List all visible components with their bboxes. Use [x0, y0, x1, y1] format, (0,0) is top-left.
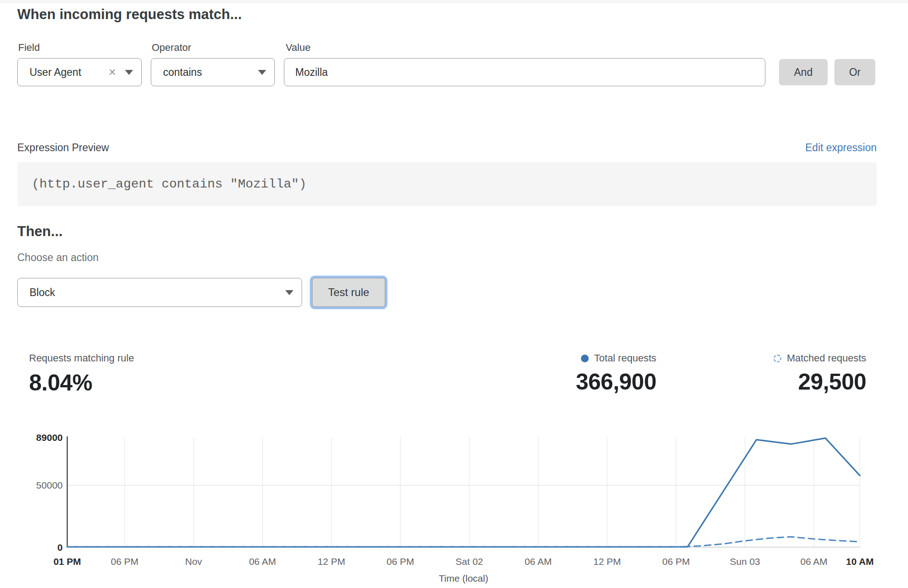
- operator-select[interactable]: contains: [151, 58, 275, 86]
- series-solid: [67, 438, 860, 547]
- stat-matching-rule: Requests matching rule 8.04%: [29, 352, 134, 396]
- x-tick-label: 06 PM: [662, 556, 690, 567]
- stat-matched-label: Matched requests: [787, 352, 866, 364]
- matched-requests-legend-icon: [774, 355, 781, 362]
- y-tick-label: 50000: [36, 480, 63, 490]
- operator-select-value: contains: [163, 66, 202, 79]
- stat-matching-label: Requests matching rule: [29, 352, 134, 364]
- x-tick-label: Sun 03: [730, 556, 760, 567]
- x-tick-label: Nov: [185, 556, 203, 567]
- y-tick-label: 0: [57, 542, 63, 553]
- stat-total-value: 366,900: [576, 369, 656, 395]
- x-tick-label: 06 AM: [249, 556, 276, 567]
- chevron-down-icon: [125, 70, 133, 75]
- value-input[interactable]: [284, 58, 765, 86]
- x-tick-label: 01 PM: [54, 556, 81, 567]
- x-tick-label: 12 PM: [318, 556, 345, 567]
- action-select[interactable]: Block: [17, 278, 302, 307]
- choose-action-label: Choose an action: [17, 252, 99, 264]
- top-divider: [0, 0, 908, 3]
- x-tick-label: 10 AM: [846, 556, 873, 567]
- edit-expression-link[interactable]: Edit expression: [805, 142, 877, 154]
- total-requests-legend-icon: [581, 355, 589, 362]
- requests-chart: 8900050000001 PM06 PMNov06 AM12 PM06 PMS…: [0, 421, 908, 588]
- x-axis-title: Time (local): [439, 573, 488, 583]
- field-label: Field: [18, 42, 40, 54]
- stat-matching-value: 8.04%: [29, 370, 134, 396]
- chevron-down-icon: [285, 290, 293, 295]
- x-tick-label: 12 PM: [593, 556, 621, 567]
- action-select-value: Block: [30, 287, 55, 299]
- firewall-rule-page: When incoming requests match... Field Op…: [0, 0, 908, 588]
- test-rule-button[interactable]: Test rule: [312, 278, 385, 307]
- expression-preview-label: Expression Preview: [17, 142, 109, 154]
- x-tick-label: Sat 02: [456, 556, 483, 567]
- clear-icon[interactable]: ×: [106, 66, 119, 79]
- stat-matched-value: 29,500: [774, 369, 866, 395]
- y-tick-label: 89000: [36, 432, 63, 443]
- x-tick-label: 06 PM: [387, 556, 414, 567]
- then-heading: Then...: [17, 223, 63, 240]
- x-tick-label: 06 AM: [800, 556, 828, 567]
- stat-total-requests: Total requests 366,900: [576, 352, 656, 395]
- and-button[interactable]: And: [779, 59, 828, 85]
- page-title: When incoming requests match...: [17, 6, 242, 23]
- expression-code-box: (http.user_agent contains "Mozilla"): [17, 162, 877, 206]
- x-tick-label: 06 AM: [525, 556, 552, 567]
- field-select[interactable]: User Agent ×: [17, 58, 142, 86]
- expression-code: (http.user_agent contains "Mozilla"): [32, 162, 307, 206]
- or-button[interactable]: Or: [834, 59, 875, 85]
- operator-label: Operator: [152, 42, 191, 54]
- field-select-value: User Agent: [30, 66, 81, 79]
- series-dashed: [67, 537, 860, 547]
- requests-chart-svg: 8900050000001 PM06 PMNov06 AM12 PM06 PMS…: [0, 421, 908, 588]
- x-tick-label: 06 PM: [111, 556, 139, 567]
- stat-total-label: Total requests: [594, 352, 656, 364]
- value-label: Value: [286, 42, 311, 54]
- chevron-down-icon: [258, 70, 266, 75]
- stat-matched-requests: Matched requests 29,500: [774, 352, 866, 395]
